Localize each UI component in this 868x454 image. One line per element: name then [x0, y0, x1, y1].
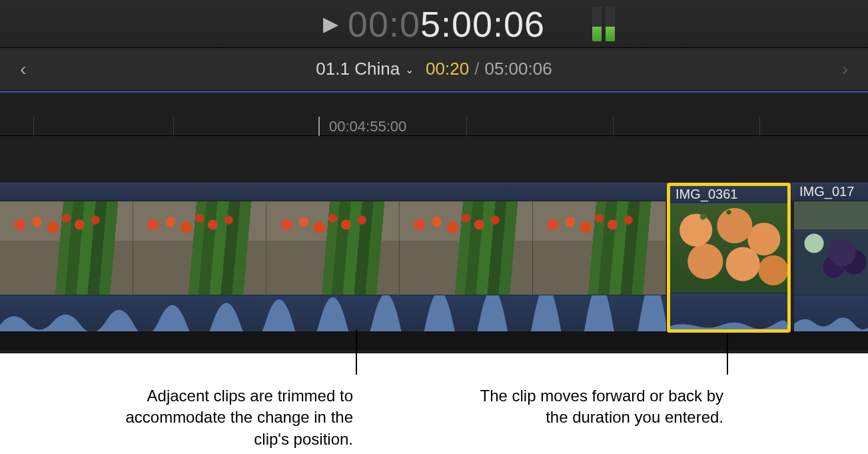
annotation-region: Adjacent clips are trimmed to accommodat…: [0, 353, 868, 454]
callout-leader-line: [356, 330, 357, 375]
filmstrip-thumbnail: [0, 201, 133, 295]
ruler-tick: [759, 117, 760, 137]
audio-waveform[interactable]: [670, 293, 787, 329]
callout-adjacent-clips: Adjacent clips are trimmed to accommodat…: [87, 385, 353, 450]
timecode-bright: 5:00:06: [420, 4, 545, 44]
timecode-bar: ▶ 00:05:00:06: [0, 0, 868, 48]
ruler-tick: [613, 117, 614, 137]
filmstrip-thumbnail: [533, 201, 666, 295]
playhead-timecode: 00:04:55:00: [329, 118, 406, 135]
filmstrip-thumbnail: [266, 201, 400, 295]
filmstrip-thumbnail: [670, 203, 787, 293]
history-forward-icon[interactable]: ›: [821, 59, 848, 80]
audio-waveform[interactable]: [794, 295, 868, 331]
meter-left: [592, 7, 602, 41]
timeline[interactable]: IMG_017: [0, 136, 868, 353]
filmstrip-thumbnail: [794, 201, 868, 295]
ruler-tick: [173, 117, 174, 137]
clip-thumbnails: [0, 201, 666, 295]
clip-selected-label: IMG_0361: [670, 186, 787, 203]
playhead-icon[interactable]: [318, 117, 320, 138]
history-back-icon[interactable]: ‹: [20, 59, 47, 80]
chevron-down-icon[interactable]: ⌄: [405, 63, 414, 76]
project-current-time: 00:20: [426, 59, 469, 79]
audio-waveform[interactable]: [0, 295, 666, 331]
timecode-dim: 00:0: [348, 4, 420, 44]
project-name: 01.1 China: [316, 59, 400, 79]
editor-window: ▶ 00:05:00:06 ‹ 01.1 China ⌄ 00:20 / 05:…: [0, 0, 868, 353]
clip-selected[interactable]: IMG_0361: [667, 183, 791, 333]
time-separator: /: [474, 59, 479, 79]
play-icon[interactable]: ▶: [323, 14, 338, 34]
callout-leader-line: [727, 330, 728, 375]
callout-clip-moves: The clip moves forward or back by the du…: [457, 385, 723, 429]
timeline-gutter: [0, 331, 868, 350]
ruler-tick: [466, 117, 467, 137]
audio-meters: [592, 7, 615, 41]
clip-next[interactable]: [794, 201, 868, 331]
master-timecode[interactable]: 00:05:00:06: [348, 3, 545, 45]
meter-right: [606, 7, 615, 41]
filmstrip-thumbnail: [400, 201, 533, 295]
filmstrip-thumbnail: [133, 201, 266, 295]
clip-adjacent[interactable]: [0, 201, 667, 331]
project-bar: ‹ 01.1 China ⌄ 00:20 / 05:00:06 ›: [0, 48, 868, 91]
project-info[interactable]: 01.1 China ⌄ 00:20 / 05:00:06: [47, 59, 821, 79]
project-total-time: 05:00:06: [484, 59, 552, 79]
ruler-tick: [33, 117, 34, 137]
timeline-ruler[interactable]: 00:04:55:00: [0, 91, 868, 136]
clip-next-label: IMG_017: [794, 183, 868, 201]
